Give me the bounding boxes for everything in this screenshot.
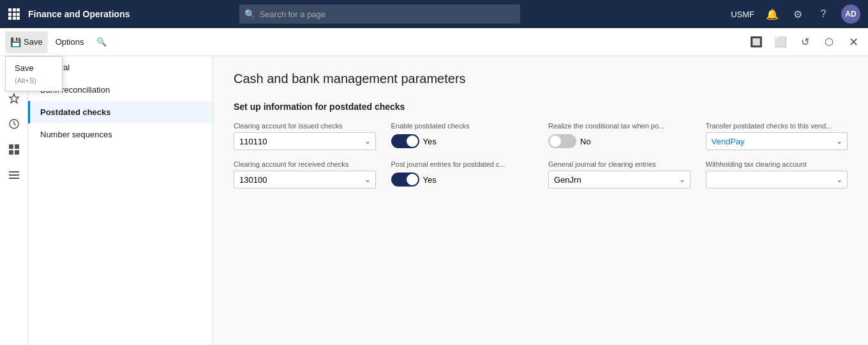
help-icon[interactable]: ? <box>816 6 831 22</box>
general-journal-select-wrapper: GenJrn <box>548 171 691 188</box>
clearing-received-field: Clearing account for received checks 130… <box>234 160 376 188</box>
realize-conditional-track[interactable] <box>548 134 576 148</box>
toolbar: 💾 Save Options 🔍 Save (Alt+S) 🔲 ⬜ ↺ ⬡ ✕ <box>0 28 868 56</box>
transfer-postdated-select[interactable]: VendPay <box>706 132 848 150</box>
section-title: Set up information for postdated checks <box>234 102 848 112</box>
clearing-received-select[interactable]: 130100 <box>234 171 376 188</box>
sidebar-list-icon[interactable] <box>3 164 26 187</box>
nav-item-number-sequences[interactable]: Number sequences <box>28 123 213 146</box>
enable-postdated-label: Enable postdated checks <box>391 122 534 130</box>
sidebar-recent-icon[interactable] <box>3 112 26 135</box>
content-area: General Bank reconciliation Postdated ch… <box>28 56 868 345</box>
top-navigation: Finance and Operations 🔍 USMF 🔔 ⚙ ? AD <box>0 0 868 28</box>
transfer-postdated-select-wrapper: VendPay <box>706 132 848 150</box>
realize-conditional-thumb <box>550 135 561 147</box>
svg-rect-1 <box>13 8 16 12</box>
search-toolbar-button[interactable]: 🔍 <box>91 31 112 53</box>
search-toolbar-icon: 🔍 <box>96 37 107 47</box>
main-content: Cash and bank management parameters Set … <box>213 56 868 345</box>
save-tooltip-save[interactable]: Save <box>6 61 62 75</box>
withholding-select-wrapper <box>706 171 848 188</box>
nav-panel: General Bank reconciliation Postdated ch… <box>28 56 213 345</box>
svg-rect-4 <box>13 13 16 16</box>
svg-rect-2 <box>17 8 20 12</box>
save-tooltip: Save (Alt+S) <box>5 56 63 91</box>
save-tooltip-shortcut: (Alt+S) <box>6 75 62 87</box>
close-button[interactable]: ✕ <box>844 33 863 52</box>
realize-conditional-label: Realize the conditional tax when po... <box>548 122 691 130</box>
nav-item-postdated-checks[interactable]: Postdated checks <box>28 101 213 123</box>
post-journal-toggle[interactable] <box>391 172 419 187</box>
realize-conditional-no-label: No <box>580 137 591 146</box>
svg-rect-7 <box>13 17 16 20</box>
app-title: Finance and Operations <box>28 9 130 19</box>
form-row-1: Clearing account for issued checks 11011… <box>234 122 848 150</box>
transfer-postdated-field: Transfer postdated checks to this vend..… <box>706 122 848 150</box>
withholding-field: Withholding tax clearing account <box>706 160 848 188</box>
search-bar: 🔍 <box>239 4 520 24</box>
top-nav-right: USMF 🔔 ⚙ ? AD <box>731 4 860 24</box>
general-journal-select[interactable]: GenJrn <box>548 171 691 188</box>
save-icon: 💾 <box>10 37 21 47</box>
withholding-select[interactable] <box>706 171 848 188</box>
detach-icon[interactable]: ⬡ <box>819 33 839 52</box>
sidebar-module-icon[interactable] <box>3 138 26 161</box>
refresh-icon[interactable]: ↺ <box>795 33 814 52</box>
svg-rect-8 <box>17 17 20 20</box>
clearing-issued-label: Clearing account for issued checks <box>234 122 376 130</box>
enable-postdated-toggle[interactable] <box>391 134 419 148</box>
avatar[interactable]: AD <box>841 4 860 24</box>
transfer-postdated-label: Transfer postdated checks to this vend..… <box>706 122 848 130</box>
main-layout: General Bank reconciliation Postdated ch… <box>0 56 868 345</box>
grid-icon[interactable] <box>8 8 20 20</box>
options-button[interactable]: Options <box>50 31 89 53</box>
realize-conditional-toggle[interactable] <box>548 134 576 148</box>
search-icon: 🔍 <box>244 9 255 19</box>
realize-conditional-field: Realize the conditional tax when po... N… <box>548 122 691 150</box>
clearing-received-label: Clearing account for received checks <box>234 160 376 168</box>
svg-rect-12 <box>15 144 19 149</box>
enable-postdated-field: Enable postdated checks Yes <box>391 122 534 150</box>
svg-rect-3 <box>8 13 11 16</box>
search-input[interactable] <box>239 4 520 24</box>
post-journal-yes-label: Yes <box>423 175 437 185</box>
org-label: USMF <box>731 10 754 19</box>
svg-rect-15 <box>9 171 19 172</box>
page-title: Cash and bank management parameters <box>234 72 848 86</box>
clearing-issued-select[interactable]: 110110 <box>234 132 376 150</box>
post-journal-toggle-wrapper: Yes <box>391 171 534 188</box>
post-journal-thumb <box>407 174 418 185</box>
svg-marker-9 <box>10 94 19 103</box>
post-journal-track[interactable] <box>391 172 419 187</box>
svg-rect-5 <box>17 13 20 16</box>
svg-rect-6 <box>8 17 11 20</box>
general-journal-field: General journal for clearing entries Gen… <box>548 160 691 188</box>
general-journal-label: General journal for clearing entries <box>548 160 691 168</box>
enable-postdated-thumb <box>407 135 418 147</box>
save-button[interactable]: 💾 Save <box>5 31 48 53</box>
personalize-icon[interactable]: 🔲 <box>747 33 766 52</box>
enable-postdated-track[interactable] <box>391 134 419 148</box>
left-sidebar <box>0 56 28 345</box>
realize-conditional-toggle-wrapper: No <box>548 132 691 150</box>
open-in-new-icon[interactable]: ⬜ <box>771 33 790 52</box>
post-journal-field: Post journal entries for postdated c... … <box>391 160 534 188</box>
clearing-issued-field: Clearing account for issued checks 11011… <box>234 122 376 150</box>
svg-rect-17 <box>9 178 19 179</box>
withholding-label: Withholding tax clearing account <box>706 160 848 168</box>
svg-rect-16 <box>9 174 19 176</box>
clearing-issued-select-wrapper: 110110 <box>234 132 376 150</box>
clearing-received-select-wrapper: 130100 <box>234 171 376 188</box>
svg-rect-14 <box>15 150 19 155</box>
settings-icon[interactable]: ⚙ <box>790 6 805 22</box>
notification-icon[interactable]: 🔔 <box>765 6 780 22</box>
toolbar-right: 🔲 ⬜ ↺ ⬡ ✕ <box>747 33 863 52</box>
svg-rect-0 <box>8 8 11 12</box>
svg-rect-13 <box>9 150 13 155</box>
enable-postdated-yes-label: Yes <box>423 137 437 146</box>
form-row-2: Clearing account for received checks 130… <box>234 160 848 188</box>
enable-postdated-toggle-wrapper: Yes <box>391 132 534 150</box>
svg-rect-11 <box>9 144 13 149</box>
post-journal-label: Post journal entries for postdated c... <box>391 160 534 168</box>
